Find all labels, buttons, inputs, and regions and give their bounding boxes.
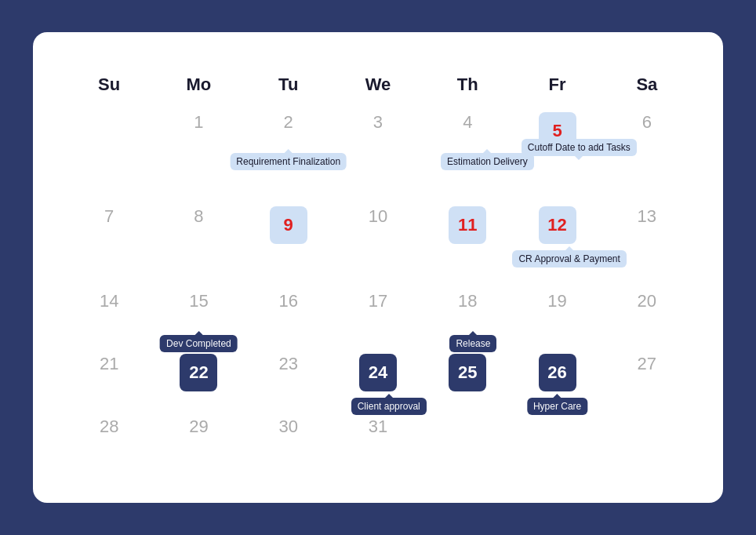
calendar: SuMoTuWeThFrSa 12Requirement Finalizatio… bbox=[64, 75, 692, 475]
cal-cell: 4Estimation Delivery bbox=[423, 107, 512, 202]
cal-cell: 3 bbox=[333, 107, 423, 202]
event-label: Hyper Care bbox=[527, 398, 587, 415]
date-number: 11 bbox=[449, 206, 486, 244]
cal-cell: 22 bbox=[154, 349, 243, 412]
day-header-we: We bbox=[333, 75, 423, 101]
cal-cell: 27 bbox=[602, 349, 692, 412]
date-number: 25 bbox=[449, 354, 486, 391]
cal-cell: 21 bbox=[64, 349, 154, 412]
date-number: 14 bbox=[100, 291, 118, 311]
date-number: 21 bbox=[100, 354, 118, 374]
event-label: Dev Completed bbox=[160, 335, 238, 352]
date-number: 1 bbox=[194, 112, 203, 133]
date-number: 8 bbox=[194, 206, 203, 227]
cal-cell: 12CR Approval & Payment bbox=[512, 202, 602, 286]
calendar-body: 12Requirement Finalization34Estimation D… bbox=[64, 107, 692, 475]
cal-cell: 2Requirement Finalization bbox=[244, 107, 333, 202]
date-number: 24 bbox=[359, 354, 397, 391]
cal-cell: 30 bbox=[244, 412, 333, 475]
calendar-container: SuMoTuWeThFrSa 12Requirement Finalizatio… bbox=[33, 32, 723, 503]
date-number: 28 bbox=[100, 417, 118, 437]
calendar-header: SuMoTuWeThFrSa bbox=[64, 75, 692, 101]
day-header-tu: Tu bbox=[244, 75, 333, 101]
date-number: 20 bbox=[638, 291, 656, 311]
cal-cell: 8 bbox=[154, 202, 243, 286]
cal-cell bbox=[423, 412, 512, 475]
cal-cell: 9 bbox=[244, 202, 333, 286]
date-number: 31 bbox=[369, 417, 387, 437]
date-number: 3 bbox=[373, 112, 383, 133]
date-number: 9 bbox=[270, 206, 307, 244]
date-number: 29 bbox=[189, 417, 208, 437]
cal-cell: 25 bbox=[423, 349, 512, 412]
cal-cell bbox=[64, 107, 154, 202]
event-label: Cutoff Date to add Tasks bbox=[522, 139, 637, 156]
date-number: 30 bbox=[278, 417, 297, 437]
cal-cell: 29 bbox=[154, 412, 243, 475]
date-number: 26 bbox=[539, 354, 576, 391]
cal-cell: 11 bbox=[423, 202, 512, 286]
day-header-mo: Mo bbox=[154, 75, 243, 101]
cal-cell: 16 bbox=[244, 286, 333, 349]
cal-cell: 15Dev Completed bbox=[154, 286, 243, 349]
cal-cell: 28 bbox=[64, 412, 154, 475]
date-number: 6 bbox=[642, 112, 652, 133]
day-header-sa: Sa bbox=[602, 75, 692, 101]
date-number: 2 bbox=[284, 112, 293, 133]
date-number: 12 bbox=[539, 206, 576, 244]
date-number: 19 bbox=[547, 291, 566, 311]
day-header-th: Th bbox=[423, 75, 512, 101]
date-number: 22 bbox=[180, 354, 217, 391]
cal-cell bbox=[602, 412, 692, 475]
date-number: 16 bbox=[278, 291, 297, 311]
day-header-fr: Fr bbox=[512, 75, 602, 101]
event-label: Client approval bbox=[351, 398, 427, 415]
cal-cell: 7 bbox=[64, 202, 154, 286]
event-label: Estimation Delivery bbox=[441, 153, 534, 170]
cal-cell: 14 bbox=[64, 286, 154, 349]
cal-cell: 13 bbox=[602, 202, 692, 286]
day-header-su: Su bbox=[64, 75, 154, 101]
date-number: 13 bbox=[638, 206, 656, 227]
date-number: 23 bbox=[278, 354, 297, 374]
cal-cell bbox=[512, 412, 602, 475]
cal-cell: 17 bbox=[333, 286, 423, 349]
cal-cell: 18Release bbox=[423, 286, 512, 349]
event-label: Requirement Finalization bbox=[230, 153, 347, 170]
cal-cell: 23 bbox=[244, 349, 333, 412]
cal-cell: 31 bbox=[333, 412, 423, 475]
date-number: 17 bbox=[369, 291, 387, 311]
cal-cell: 26Hyper Care bbox=[512, 349, 602, 412]
date-number: 4 bbox=[463, 112, 472, 133]
date-number: 10 bbox=[369, 206, 387, 227]
cal-cell: 5Cutoff Date to add Tasks bbox=[512, 107, 602, 202]
cal-cell: 19 bbox=[512, 286, 602, 349]
date-number: 7 bbox=[104, 206, 114, 227]
cal-cell: 24Client approval bbox=[333, 349, 423, 412]
cal-cell: 20 bbox=[602, 286, 692, 349]
event-label: Release bbox=[449, 335, 496, 352]
event-label: CR Approval & Payment bbox=[512, 250, 626, 268]
cal-cell: 10 bbox=[333, 202, 423, 286]
date-number: 18 bbox=[458, 291, 477, 311]
date-number: 15 bbox=[189, 291, 208, 311]
date-number: 27 bbox=[638, 354, 656, 374]
